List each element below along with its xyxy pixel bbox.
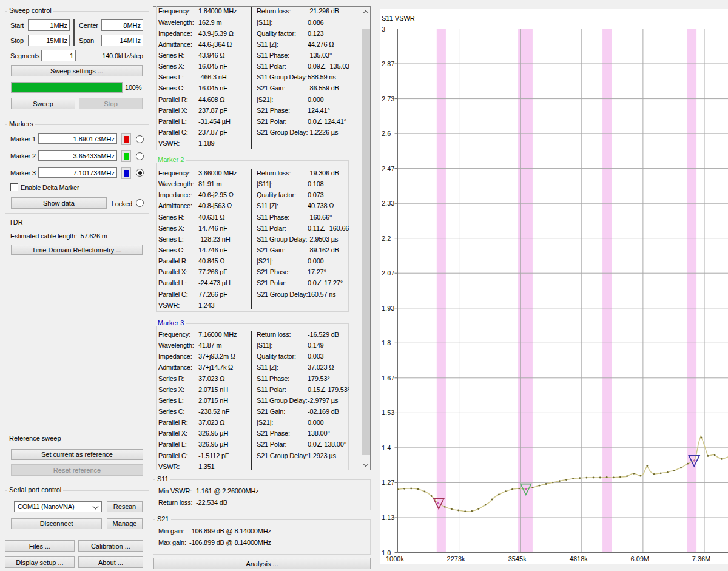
svg-text:4818k: 4818k	[570, 555, 588, 563]
svg-text:2.6: 2.6	[382, 130, 391, 137]
svg-text:S11 VSWR: S11 VSWR	[382, 15, 415, 22]
svg-text:2.33: 2.33	[382, 200, 394, 207]
svg-text:6.09M: 6.09M	[631, 555, 650, 563]
svg-text:1.8: 1.8	[382, 339, 391, 346]
svg-text:3545k: 3545k	[508, 555, 527, 563]
svg-text:2.47: 2.47	[382, 165, 394, 172]
svg-text:2.87: 2.87	[382, 60, 394, 67]
svg-text:3: 3	[382, 25, 385, 33]
svg-text:1.4: 1.4	[382, 444, 391, 451]
svg-text:2.07: 2.07	[382, 269, 394, 277]
svg-text:2273k: 2273k	[447, 555, 465, 563]
svg-text:2.73: 2.73	[382, 95, 394, 103]
svg-text:7.36M: 7.36M	[692, 555, 711, 563]
svg-text:1000k: 1000k	[386, 555, 404, 563]
svg-text:1.93: 1.93	[382, 305, 394, 312]
svg-text:2.2: 2.2	[382, 235, 391, 242]
svg-text:1.13: 1.13	[382, 514, 394, 521]
svg-text:1.53: 1.53	[382, 409, 394, 416]
svg-text:1.67: 1.67	[382, 374, 394, 382]
svg-text:1.27: 1.27	[382, 479, 394, 486]
